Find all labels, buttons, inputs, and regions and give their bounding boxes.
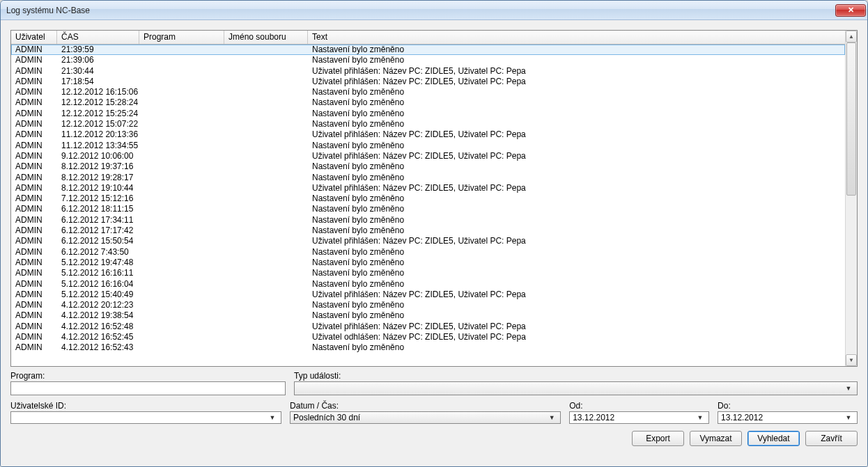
cell-user: ADMIN	[11, 247, 57, 258]
filter-user-id: Uživatelské ID: ▼	[10, 401, 281, 424]
table-row[interactable]: ADMIN9.12.2012 10:06:00Uživatel přihláše…	[11, 151, 845, 161]
filter-program-input[interactable]	[10, 381, 286, 395]
cell-user: ADMIN	[11, 236, 57, 246]
titlebar[interactable]: Log systému NC-Base ✕	[1, 1, 867, 20]
cell-text: Uživatel přihlášen: Název PC: ZIDLE5, Už…	[308, 183, 845, 193]
cell-program	[139, 129, 224, 140]
col-time[interactable]: ČAS	[57, 31, 139, 44]
cell-time: 5.12.2012 16:16:11	[57, 268, 139, 278]
table-row[interactable]: ADMIN5.12.2012 16:16:11Nastavení bylo zm…	[11, 268, 845, 278]
table-row[interactable]: ADMIN6.12.2012 17:34:11Nastavení bylo zm…	[11, 215, 845, 225]
cell-filename	[224, 119, 308, 129]
cell-filename	[224, 268, 308, 278]
cell-time: 6.12.2012 17:17:42	[57, 225, 139, 236]
filter-from: Od: 13.12.2012 ▼	[569, 401, 709, 424]
cell-text: Uživatel odhlášen: Název PC: ZIDLE5, Uži…	[308, 332, 845, 342]
cell-time: 6.12.2012 18:11:15	[57, 204, 139, 214]
filter-from-combo[interactable]: 13.12.2012 ▼	[569, 411, 709, 424]
col-text[interactable]: Text	[308, 31, 845, 44]
vertical-scrollbar[interactable]: ▲ ▼	[845, 31, 857, 366]
cell-user: ADMIN	[11, 45, 57, 55]
window-close-button[interactable]: ✕	[835, 4, 866, 17]
table-row[interactable]: ADMIN6.12.2012 17:17:42Nastavení bylo zm…	[11, 225, 845, 236]
filter-program: Program:	[10, 371, 286, 395]
table-row[interactable]: ADMIN17:18:54Uživatel přihlášen: Název P…	[11, 77, 845, 87]
table-row[interactable]: ADMIN5.12.2012 16:16:04Nastavení bylo zm…	[11, 279, 845, 290]
table-row[interactable]: ADMIN6.12.2012 18:11:15Nastavení bylo zm…	[11, 204, 845, 214]
cell-filename	[224, 161, 308, 172]
cell-text: Nastavení bylo změněno	[308, 141, 845, 151]
cell-time: 5.12.2012 15:40:49	[57, 290, 139, 300]
table-row[interactable]: ADMIN4.12.2012 20:12:23Nastavení bylo zm…	[11, 300, 845, 310]
cell-filename	[224, 193, 308, 204]
search-button[interactable]: Vyhledat	[747, 431, 800, 446]
table-row[interactable]: ADMIN8.12.2012 19:28:17Nastavení bylo zm…	[11, 173, 845, 183]
table-row[interactable]: ADMIN6.12.2012 15:50:54Uživatel přihláše…	[11, 236, 845, 246]
cell-filename	[224, 109, 308, 119]
table-row[interactable]: ADMIN8.12.2012 19:10:44Uživatel přihláše…	[11, 183, 845, 193]
cell-user: ADMIN	[11, 225, 57, 236]
cell-filename	[224, 151, 308, 161]
cell-user: ADMIN	[11, 183, 57, 193]
filter-to-combo[interactable]: 13.12.2012 ▼	[718, 411, 858, 424]
table-row[interactable]: ADMIN21:39:06Nastavení bylo změněno	[11, 55, 845, 65]
filter-date-combo[interactable]: Posledních 30 dní ▼	[290, 411, 561, 424]
table-row[interactable]: ADMIN7.12.2012 15:12:16Nastavení bylo zm…	[11, 193, 845, 204]
cell-program	[139, 66, 224, 77]
export-button[interactable]: Export	[632, 431, 684, 446]
filter-user-id-combo[interactable]: ▼	[10, 411, 281, 424]
col-program[interactable]: Program	[139, 31, 224, 44]
table-row[interactable]: ADMIN4.12.2012 16:52:43Nastavení bylo zm…	[11, 342, 845, 353]
table-row[interactable]: ADMIN12.12.2012 15:25:24Nastavení bylo z…	[11, 109, 845, 119]
cell-program	[139, 310, 224, 321]
close-button[interactable]: Zavřít	[805, 431, 858, 446]
cell-time: 4.12.2012 19:38:54	[57, 310, 139, 321]
table-row[interactable]: ADMIN12.12.2012 15:07:22Nastavení bylo z…	[11, 119, 845, 129]
table-row[interactable]: ADMIN12.12.2012 15:28:24Nastavení bylo z…	[11, 97, 845, 108]
cell-text: Nastavení bylo změněno	[308, 310, 845, 321]
cell-time: 8.12.2012 19:10:44	[57, 183, 139, 193]
table-row[interactable]: ADMIN4.12.2012 16:52:45Uživatel odhlášen…	[11, 332, 845, 342]
table-row[interactable]: ADMIN21:39:59Nastavení bylo změněno	[11, 45, 845, 55]
cell-user: ADMIN	[11, 173, 57, 183]
table-row[interactable]: ADMIN11.12.2012 13:34:55Nastavení bylo z…	[11, 141, 845, 151]
table-row[interactable]: ADMIN12.12.2012 16:15:06Nastavení bylo z…	[11, 87, 845, 97]
cell-filename	[224, 173, 308, 183]
cell-user: ADMIN	[11, 290, 57, 300]
cell-user: ADMIN	[11, 300, 57, 310]
scroll-thumb[interactable]	[846, 42, 856, 196]
cell-program	[139, 87, 224, 97]
table-row[interactable]: ADMIN5.12.2012 15:40:49Uživatel přihláše…	[11, 290, 845, 300]
scroll-track[interactable]	[846, 42, 857, 354]
cell-text: Nastavení bylo změněno	[308, 173, 845, 183]
cell-program	[139, 97, 224, 108]
cell-time: 8.12.2012 19:37:16	[57, 161, 139, 172]
table-row[interactable]: ADMIN11.12.2012 20:13:36Uživatel přihláš…	[11, 129, 845, 140]
filter-event-type-combo[interactable]: ▼	[294, 381, 858, 395]
cell-text: Nastavení bylo změněno	[308, 55, 845, 65]
grid-body[interactable]: ADMIN21:39:59Nastavení bylo změněnoADMIN…	[11, 45, 845, 366]
table-row[interactable]: ADMIN6.12.2012 7:43:50Nastavení bylo změ…	[11, 247, 845, 258]
col-user[interactable]: Uživatel	[11, 31, 57, 44]
cell-text: Nastavení bylo změněno	[308, 119, 845, 129]
cell-filename	[224, 97, 308, 108]
cell-program	[139, 279, 224, 290]
cell-user: ADMIN	[11, 119, 57, 129]
cell-text: Uživatel přihlášen: Název PC: ZIDLE5, Už…	[308, 290, 845, 300]
table-row[interactable]: ADMIN4.12.2012 19:38:54Nastavení bylo zm…	[11, 310, 845, 321]
table-row[interactable]: ADMIN21:30:44Uživatel přihlášen: Název P…	[11, 66, 845, 77]
cell-filename	[224, 183, 308, 193]
scroll-down-arrow-icon[interactable]: ▼	[846, 354, 857, 366]
cell-program	[139, 236, 224, 246]
cell-text: Nastavení bylo změněno	[308, 268, 845, 278]
filter-event-type: Typ události: ▼	[294, 371, 858, 395]
cell-program	[139, 55, 224, 65]
table-row[interactable]: ADMIN5.12.2012 19:47:48Nastavení bylo zm…	[11, 258, 845, 268]
clear-button[interactable]: Vymazat	[690, 431, 742, 446]
cell-user: ADMIN	[11, 129, 57, 140]
table-row[interactable]: ADMIN4.12.2012 16:52:48Uživatel přihláše…	[11, 322, 845, 332]
scroll-up-arrow-icon[interactable]: ▲	[846, 31, 857, 42]
col-filename[interactable]: Jméno souboru	[224, 31, 308, 44]
table-row[interactable]: ADMIN8.12.2012 19:37:16Nastavení bylo zm…	[11, 161, 845, 172]
close-icon: ✕	[848, 6, 854, 15]
